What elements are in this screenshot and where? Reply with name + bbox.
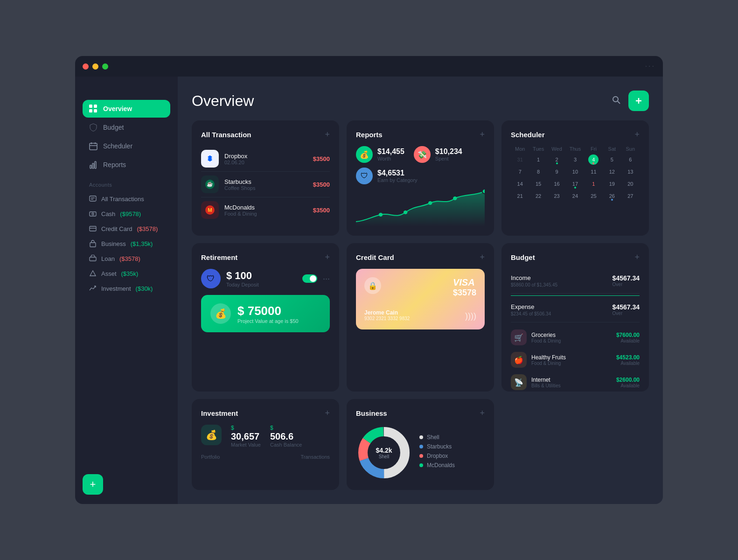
cal-day[interactable]: 14	[515, 179, 525, 189]
budget-add[interactable]: +	[634, 252, 640, 262]
account-biz-label: Business	[101, 240, 126, 247]
cal-day[interactable]: 25	[588, 191, 599, 201]
svg-rect-0	[89, 105, 92, 108]
cal-fri: Fri	[585, 146, 603, 152]
cal-day[interactable]: 11	[588, 167, 599, 177]
cal-day[interactable]: 7	[515, 167, 525, 177]
cal-wed: Wed	[548, 146, 566, 152]
groceries-amount: $7600.00	[616, 332, 640, 338]
cal-day-active[interactable]: 4	[588, 154, 599, 165]
groceries-name: Groceries	[531, 332, 612, 338]
legend-dropbox: Dropbox	[419, 453, 455, 459]
shield-icon	[89, 123, 97, 132]
budget-divider	[511, 295, 640, 296]
cal-day[interactable]: 16	[552, 179, 562, 189]
sidebar-item-budget[interactable]: Budget	[83, 119, 170, 136]
sidebar: Overview Budget Scheduler	[75, 77, 178, 504]
credit-card-icon	[89, 225, 97, 232]
cal-row-2: 7 8 9 10 11 12 13	[511, 167, 640, 177]
dropbox-label: Dropbox	[427, 453, 448, 459]
dropbox-dot	[419, 454, 423, 458]
minimize-dot[interactable]	[92, 63, 98, 70]
cal-day[interactable]: 31	[515, 154, 525, 165]
cal-day[interactable]: 24	[570, 191, 580, 201]
business-legend: Shell Starbucks Dropbox	[419, 434, 455, 471]
budget-categories: 🛒 Groceries Food & Dining $7600.00 Avail…	[511, 326, 640, 392]
cal-day[interactable]: 22	[533, 191, 543, 201]
cash-balance-label: Cash Balance	[270, 442, 302, 448]
scheduler-add[interactable]: +	[634, 130, 640, 140]
cal-day[interactable]: 19	[607, 179, 617, 189]
cal-day[interactable]: 27	[625, 191, 635, 201]
cc-wave-icon: ))))	[465, 311, 476, 321]
investment-add[interactable]: +	[325, 408, 330, 418]
cal-day[interactable]: 1	[588, 179, 599, 189]
account-cc-label: Credit Card	[101, 225, 132, 232]
cal-day[interactable]: 12	[607, 167, 617, 177]
shell-label: Shell	[427, 434, 439, 441]
cal-row-4: 21 22 23 24 25 26 27	[511, 191, 640, 201]
groceries-icon: 🛒	[511, 329, 527, 345]
calendar-header: Mon Tues Wed Thus Fri Sat Sun	[511, 146, 640, 152]
legend-starbucks: Starbucks	[419, 443, 455, 450]
cal-day[interactable]: 8	[533, 167, 543, 177]
cal-day[interactable]: 20	[625, 179, 635, 189]
account-asset-label: Asset	[101, 270, 117, 277]
cal-day[interactable]: 15	[533, 179, 543, 189]
sidebar-item-asset[interactable]: Asset ($35k)	[83, 266, 170, 281]
svg-rect-1	[94, 105, 97, 108]
maximize-dot[interactable]	[102, 63, 108, 70]
spent-value: $10,234	[435, 147, 462, 156]
reports-add[interactable]: +	[480, 130, 485, 140]
sidebar-item-reports[interactable]: Reports	[83, 156, 170, 174]
sidebar-item-business[interactable]: Business ($1,35k)	[83, 236, 170, 251]
main-content: Overview	[178, 77, 663, 504]
cal-day[interactable]: 13	[625, 167, 635, 177]
cal-day[interactable]: 9	[552, 167, 562, 177]
sidebar-item-all-transactions[interactable]: All Transactions	[83, 191, 170, 206]
cal-day[interactable]: 23	[552, 191, 562, 201]
svg-rect-11	[90, 196, 96, 201]
cal-day[interactable]: 3	[570, 154, 580, 165]
page-title: Overview	[192, 92, 254, 110]
search-button[interactable]	[612, 95, 621, 107]
portfolio-link[interactable]: Portfolio	[201, 454, 220, 460]
cal-day[interactable]: 1	[533, 154, 543, 165]
sidebar-reports-label: Reports	[103, 161, 126, 168]
transactions-link[interactable]: Transactions	[300, 454, 330, 460]
retirement-add[interactable]: +	[325, 252, 330, 262]
cal-day[interactable]: 26	[607, 191, 617, 201]
cal-day[interactable]: 5	[607, 154, 617, 165]
credit-card-add[interactable]: +	[480, 252, 485, 262]
scheduler-title: Scheduler	[511, 131, 545, 139]
business-add[interactable]: +	[480, 408, 485, 418]
sidebar-item-investment[interactable]: Investment ($30k)	[83, 281, 170, 296]
sidebar-add-button[interactable]: +	[83, 474, 103, 495]
main-add-button[interactable]	[628, 91, 649, 111]
cal-mon: Mon	[511, 146, 529, 152]
sidebar-item-scheduler[interactable]: Scheduler	[83, 137, 170, 155]
cal-day[interactable]: 2	[552, 154, 562, 165]
cal-day[interactable]: 10	[570, 167, 580, 177]
sidebar-item-overview[interactable]: Overview	[83, 100, 170, 118]
sidebar-item-credit-card[interactable]: Credit Card ($3578)	[83, 221, 170, 236]
all-transaction-add[interactable]: +	[325, 130, 330, 140]
budget-cat-groceries: 🛒 Groceries Food & Dining $7600.00 Avail…	[511, 326, 640, 349]
sidebar-item-loan[interactable]: Loan ($3578)	[83, 251, 170, 266]
cal-day[interactable]: 21	[515, 191, 525, 201]
retirement-deposit-label: Today Deposit	[226, 282, 297, 287]
retirement-project-value: $ 75000	[237, 304, 299, 318]
spent-stat: 💸 $10,234 Spent	[414, 146, 462, 163]
sidebar-item-cash[interactable]: Cash ($9578)	[83, 206, 170, 221]
svg-rect-19	[90, 257, 96, 261]
cal-day[interactable]: 17	[570, 179, 580, 189]
cal-day[interactable]: 6	[625, 154, 635, 165]
close-dot[interactable]	[83, 63, 89, 70]
svg-point-31	[428, 201, 432, 205]
loan-icon	[89, 255, 97, 262]
fruits-icon: 🍎	[511, 352, 527, 368]
retirement-toggle[interactable]	[302, 274, 317, 283]
starbucks-dot	[419, 445, 423, 448]
legend-mcdonalds: McDonalds	[419, 462, 455, 469]
reports-card: Reports + 💰 $14,455 Worth 💸	[347, 120, 494, 236]
